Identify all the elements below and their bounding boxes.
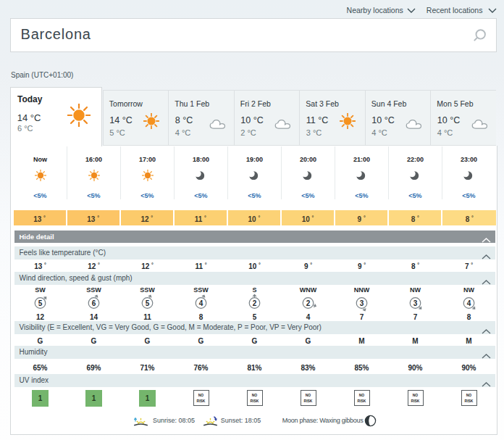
svg-text:6: 6: [91, 299, 96, 307]
svg-text:5: 5: [145, 299, 149, 307]
svg-text:4: 4: [466, 299, 471, 307]
svg-text:3: 3: [359, 299, 364, 307]
svg-text:2: 2: [306, 299, 310, 307]
svg-text:3: 3: [413, 299, 417, 307]
svg-text:5: 5: [38, 299, 42, 307]
svg-text:2: 2: [252, 299, 256, 307]
svg-text:4: 4: [198, 299, 203, 307]
